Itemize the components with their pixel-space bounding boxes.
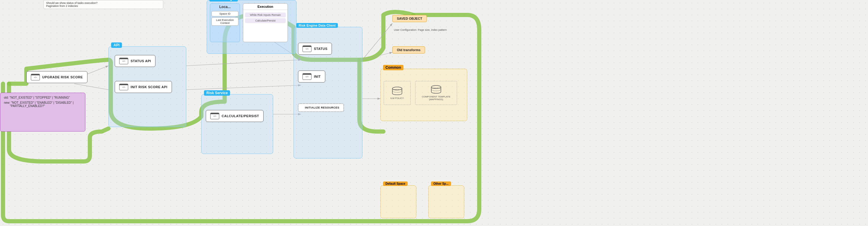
upgrade-risk-score-icon	[31, 74, 40, 80]
info-line1: old: "NOT_EXISTED" | "STOPPED" | "RUNNIN…	[4, 96, 82, 99]
loca-last-execution: Last Execution Context	[212, 17, 239, 26]
old-transforms-box: Old transforms	[392, 46, 425, 53]
question-line2: Pagination from 2 indecies	[46, 4, 160, 7]
execution-box: Execution While Risk Inputs Remain Calcu…	[243, 3, 288, 42]
other-sp-label: Other Sp...	[431, 182, 451, 186]
upgrade-risk-score-node[interactable]: UPGRADE RISK SCORE	[26, 71, 88, 83]
status-node[interactable]: STATUS	[298, 43, 332, 55]
upgrade-risk-score-label: UPGRADE RISK SCORE	[42, 75, 83, 79]
execution-item-while: While Risk Inputs Remain	[245, 12, 286, 17]
execution-title: Execution	[243, 4, 287, 10]
status-api-label: STATUS API	[131, 59, 151, 63]
saved-object-label: SAVED OBJECT	[397, 17, 422, 20]
init-risk-score-api-label: INIT RISK SCORE API	[131, 85, 167, 89]
question-line1: Should we show status of tasks execution…	[46, 1, 160, 4]
calculate-persist-node[interactable]: CALCULATE/PERSIST	[206, 110, 264, 122]
other-sp-container: Other Sp...	[428, 185, 464, 218]
status-api-node[interactable]: STATUS API	[115, 55, 155, 67]
status-icon	[303, 45, 311, 52]
risk-service-label: Risk Service	[204, 90, 230, 96]
loca-container: Loca... Space ID Last Execution Context	[210, 3, 240, 42]
calculate-persist-label: CALCULATE/PERSIST	[222, 114, 259, 118]
status-label: STATUS	[314, 47, 328, 50]
init-node[interactable]: INIT	[298, 71, 325, 82]
svg-line-6	[363, 52, 392, 60]
common-label: Common	[383, 65, 403, 70]
task-manager-label: Task Manager	[209, 0, 238, 1]
status-info-box: old: "NOT_EXISTED" | "STOPPED" | "RUNNIN…	[0, 93, 85, 131]
info-line3: "PARTIALLY_ENABLED?"	[4, 104, 82, 108]
execution-item-calc: Calculate/Persist	[245, 18, 286, 23]
ilm-policy-box: ILM POLICY	[384, 81, 411, 105]
saved-object-box: SAVED OBJECT	[392, 15, 427, 22]
svg-line-2	[186, 60, 301, 66]
api-container: API STATUS API INIT RISK SCORE API	[108, 46, 186, 127]
svg-line-1	[74, 84, 108, 90]
loca-space-id: Space ID	[212, 11, 239, 16]
api-container-label: API	[111, 42, 122, 48]
init-risk-score-api-node[interactable]: INIT RISK SCORE API	[115, 81, 172, 93]
component-template-box: COMPONENT TEMPLATE (MAPPINGS)	[415, 81, 457, 105]
initialize-resources-node[interactable]: INITIALIZE RESOURCES	[298, 104, 344, 112]
default-space-label: Default Space	[383, 182, 408, 186]
loca-label: Loca...	[210, 4, 240, 10]
init-icon	[303, 73, 311, 80]
common-container: Common ILM POLICY COMPONENT TEMPLATE (MA…	[380, 69, 467, 121]
old-transforms-label: Old transforms	[397, 48, 421, 52]
user-config-note: User Configuration: Page size, index pat…	[394, 28, 447, 31]
task-manager-container: Task Manager Loca... Space ID Last Execu…	[207, 0, 297, 54]
calculate-persist-icon	[210, 113, 219, 119]
question-note: Should we show status of tasks execution…	[43, 0, 163, 9]
init-risk-score-api-icon	[119, 84, 128, 90]
component-template-label: COMPONENT TEMPLATE (MAPPINGS)	[415, 96, 457, 101]
risk-engine-container: Risk Engine Data Client STATUS INIT INIT…	[293, 27, 363, 158]
info-line2: new: "NOT_EXISTED" | "ENABLED" | "DISABL…	[4, 101, 82, 104]
risk-engine-label: Risk Engine Data Client	[296, 23, 338, 28]
init-label: INIT	[314, 75, 321, 78]
initialize-resources-label: INITIALIZE RESOURCES	[305, 106, 339, 109]
component-template-icon	[430, 85, 442, 94]
ilm-policy-icon	[391, 87, 403, 96]
ilm-policy-label: ILM POLICY	[391, 97, 404, 100]
status-api-icon	[119, 58, 128, 64]
svg-line-3	[186, 85, 301, 90]
default-space-container: Default Space	[380, 185, 416, 218]
risk-service-container: Risk Service CALCULATE/PERSIST	[201, 94, 273, 154]
canvas: Should we show status of tasks execution…	[0, 0, 868, 226]
svg-line-5	[363, 23, 392, 60]
